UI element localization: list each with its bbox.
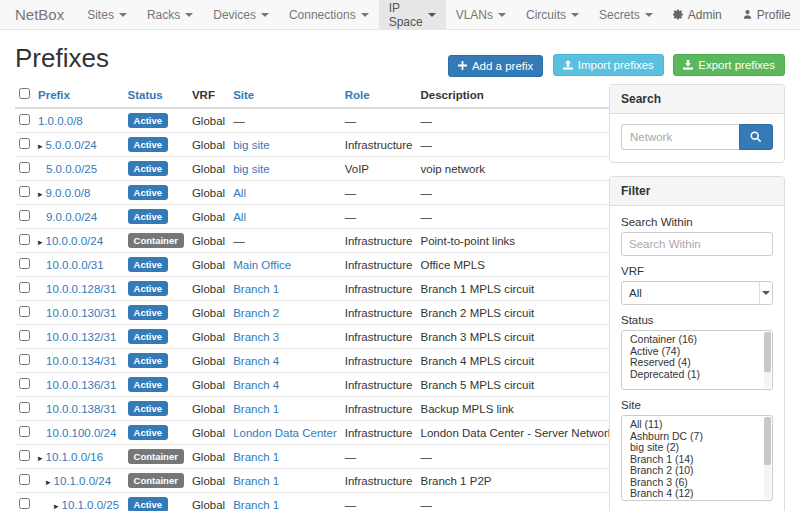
site-link[interactable]: big site xyxy=(233,163,269,175)
site-link[interactable]: Branch 3 xyxy=(233,331,279,343)
site-link[interactable]: Branch 1 xyxy=(233,451,279,463)
filter-option[interactable]: Deprecated (1) xyxy=(622,369,772,381)
prefix-link[interactable]: 10.1.0.0/25 xyxy=(62,499,120,511)
row-checkbox[interactable] xyxy=(19,114,30,125)
search-input[interactable] xyxy=(621,124,739,150)
prefix-link[interactable]: 5.0.0.0/25 xyxy=(46,163,97,175)
status-cell: Active xyxy=(124,108,188,133)
prefix-link[interactable]: 10.1.0.0/16 xyxy=(46,451,104,463)
admin-link[interactable]: Admin xyxy=(663,0,732,29)
search-within-input[interactable] xyxy=(621,232,773,256)
filter-option[interactable]: Reserved (4) xyxy=(622,357,772,369)
prefix-link[interactable]: 10.0.100.0/24 xyxy=(46,427,116,439)
row-checkbox[interactable] xyxy=(19,498,30,509)
prefix-link[interactable]: 10.0.0.0/24 xyxy=(46,235,104,247)
row-checkbox[interactable] xyxy=(19,162,30,173)
nav-item-devices[interactable]: Devices xyxy=(203,0,279,29)
sort-header-prefix[interactable]: Prefix xyxy=(38,89,70,101)
row-select-cell xyxy=(15,277,34,301)
prefix-link[interactable]: 10.0.0.132/31 xyxy=(46,331,116,343)
import-prefixes-button[interactable]: Import prefixes xyxy=(553,54,664,76)
site-link[interactable]: All xyxy=(233,211,246,223)
scrollbar[interactable] xyxy=(764,417,771,499)
site-link[interactable]: Branch 1 xyxy=(233,499,279,511)
prefix-cell: ▸10.1.0.0/25 xyxy=(34,493,124,511)
site-cell: Main Office xyxy=(229,253,341,277)
vrf-select[interactable]: All xyxy=(621,281,773,305)
site-link[interactable]: Branch 4 xyxy=(233,379,279,391)
nav-item-ip-space[interactable]: IP Space xyxy=(379,0,446,29)
sort-header-role[interactable]: Role xyxy=(345,89,370,101)
table-row: ▸5.0.0.0/24ActiveGlobalbig siteInfrastru… xyxy=(15,133,618,157)
vrf-cell: Global xyxy=(188,108,229,133)
prefix-link[interactable]: 9.0.0.0/8 xyxy=(46,187,91,199)
prefix-cell: 10.0.0.138/31 xyxy=(34,397,124,421)
filter-option[interactable]: All (11) xyxy=(622,419,772,431)
prefix-link[interactable]: 10.0.0.134/31 xyxy=(46,355,116,367)
row-checkbox[interactable] xyxy=(19,474,30,485)
site-link[interactable]: Branch 2 xyxy=(233,307,279,319)
row-checkbox[interactable] xyxy=(19,210,30,221)
row-checkbox[interactable] xyxy=(19,330,30,341)
brand-logo[interactable]: NetBox xyxy=(0,0,77,29)
site-link[interactable]: big site xyxy=(233,139,269,151)
site-link[interactable]: Branch 4 xyxy=(233,355,279,367)
row-checkbox[interactable] xyxy=(19,378,30,389)
prefix-link[interactable]: 10.0.0.138/31 xyxy=(46,403,116,415)
sort-header-status[interactable]: Status xyxy=(128,89,163,101)
status-filter-list[interactable]: Container (16)Active (74)Reserved (4)Dep… xyxy=(621,330,773,390)
select-all-checkbox[interactable] xyxy=(19,88,30,99)
row-checkbox[interactable] xyxy=(19,402,30,413)
prefix-link[interactable]: 10.0.0.136/31 xyxy=(46,379,116,391)
prefix-link[interactable]: 10.1.0.0/24 xyxy=(54,475,112,487)
table-row: 5.0.0.0/25ActiveGlobalbig siteVoIPvoip n… xyxy=(15,157,618,181)
role-cell: — xyxy=(341,108,417,133)
site-cell: big site xyxy=(229,133,341,157)
site-link[interactable]: London Data Center xyxy=(233,427,337,439)
row-checkbox[interactable] xyxy=(19,354,30,365)
role-cell: — xyxy=(341,445,417,469)
nav-item-secrets[interactable]: Secrets xyxy=(589,0,663,29)
row-checkbox[interactable] xyxy=(19,258,30,269)
site-link[interactable]: Main Office xyxy=(233,259,291,271)
nav-item-racks[interactable]: Racks xyxy=(137,0,203,29)
prefix-link[interactable]: 1.0.0.0/8 xyxy=(38,115,83,127)
site-link[interactable]: All xyxy=(233,187,246,199)
filter-option[interactable]: Branch 2 (10) xyxy=(622,465,772,477)
row-select-cell xyxy=(15,181,34,205)
row-checkbox[interactable] xyxy=(19,138,30,149)
row-checkbox[interactable] xyxy=(19,186,30,197)
filter-option[interactable]: Branch 5 (7) xyxy=(622,500,772,502)
site-link[interactable]: Branch 1 xyxy=(233,403,279,415)
site-filter-list[interactable]: All (11)Ashburn DC (7)big site (2)Branch… xyxy=(621,415,773,501)
row-checkbox[interactable] xyxy=(19,282,30,293)
row-checkbox[interactable] xyxy=(19,426,30,437)
filter-option[interactable]: Branch 4 (12) xyxy=(622,488,772,500)
filter-option[interactable]: big site (2) xyxy=(622,442,772,454)
nav-item-connections[interactable]: Connections xyxy=(279,0,379,29)
site-link[interactable]: Branch 1 xyxy=(233,475,279,487)
site-link[interactable]: Branch 1 xyxy=(233,283,279,295)
row-checkbox[interactable] xyxy=(19,234,30,245)
prefix-link[interactable]: 9.0.0.0/24 xyxy=(46,211,97,223)
filter-option[interactable]: Container (16) xyxy=(622,334,772,346)
prefix-link[interactable]: 10.0.0.0/31 xyxy=(46,259,104,271)
search-button[interactable] xyxy=(739,124,773,150)
vrf-cell: Global xyxy=(188,349,229,373)
prefix-link[interactable]: 5.0.0.0/24 xyxy=(46,139,97,151)
table-row: 9.0.0.0/24ActiveGlobalAll—— xyxy=(15,205,618,229)
nav-item-sites[interactable]: Sites xyxy=(77,0,137,29)
nav-item-circuits[interactable]: Circuits xyxy=(516,0,589,29)
add-prefix-button[interactable]: Add a prefix xyxy=(448,55,543,77)
scrollbar[interactable] xyxy=(764,332,771,388)
vrf-cell: Global xyxy=(188,181,229,205)
row-checkbox[interactable] xyxy=(19,306,30,317)
prefix-link[interactable]: 10.0.0.128/31 xyxy=(46,283,116,295)
export-prefixes-button[interactable]: Export prefixes xyxy=(673,54,785,76)
vrf-cell: Global xyxy=(188,253,229,277)
sort-header-site[interactable]: Site xyxy=(233,89,254,101)
prefix-link[interactable]: 10.0.0.130/31 xyxy=(46,307,116,319)
row-checkbox[interactable] xyxy=(19,450,30,461)
profile-link[interactable]: Profile xyxy=(732,0,800,29)
nav-item-vlans[interactable]: VLANs xyxy=(446,0,516,29)
